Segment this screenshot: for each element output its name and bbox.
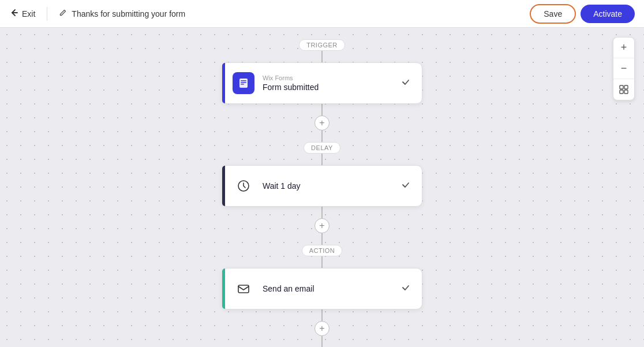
svg-rect-4 (239, 79, 248, 88)
svg-rect-1 (624, 85, 628, 89)
svg-rect-2 (620, 90, 623, 94)
delay-chip: DELAY (304, 142, 340, 154)
action-accent (222, 268, 225, 309)
svg-rect-3 (624, 90, 628, 94)
connector-4 (321, 256, 323, 268)
connector-1b (321, 130, 323, 142)
connector-5a (321, 309, 323, 321)
save-button[interactable]: Save (530, 4, 576, 24)
header-left: Exit Thanks for submitting your form (9, 7, 185, 21)
action-node-text: Send an email (263, 284, 392, 293)
zoom-in-button[interactable]: + (613, 38, 634, 58)
header: Exit Thanks for submitting your form Sav… (0, 0, 644, 28)
connector-5b (321, 336, 323, 347)
zoom-out-button[interactable]: − (613, 58, 634, 79)
edit-icon (59, 9, 67, 18)
trigger-chip: TRIGGER (299, 39, 345, 51)
trigger-node-title: Form submitted (263, 83, 392, 92)
svg-rect-7 (241, 84, 244, 85)
zoom-fit-button[interactable] (613, 79, 634, 100)
svg-rect-0 (620, 85, 623, 89)
add-step-button-3[interactable]: + (314, 321, 330, 336)
svg-rect-9 (238, 285, 249, 293)
exit-label: Exit (22, 9, 35, 18)
add-step-button-2[interactable]: + (314, 218, 330, 233)
trigger-node[interactable]: Wix Forms Form submitted (222, 62, 422, 104)
delay-node[interactable]: Wait 1 day (222, 165, 422, 207)
connector-0 (321, 51, 323, 62)
action-node-title: Send an email (263, 284, 392, 293)
delay-accent (222, 166, 225, 206)
header-divider (47, 7, 47, 21)
delay-node-text: Wait 1 day (263, 181, 392, 191)
connector-3b (321, 233, 323, 245)
connector-2 (321, 154, 323, 165)
exit-icon (9, 8, 18, 20)
delay-check-icon (400, 179, 411, 193)
connector-1a (321, 104, 323, 115)
flow-container: TRIGGER Wix Forms Form submitted (222, 39, 422, 347)
clock-icon (233, 175, 254, 197)
zoom-controls: + − (613, 37, 635, 100)
trigger-accent (222, 63, 225, 103)
action-check-icon (400, 282, 411, 296)
connector-3a (321, 207, 323, 218)
workflow-title: Thanks for submitting your form (72, 9, 185, 18)
action-chip: ACTION (302, 245, 343, 256)
svg-rect-6 (241, 82, 246, 83)
trigger-node-text: Wix Forms Form submitted (263, 74, 392, 92)
action-node[interactable]: Send an email (222, 268, 422, 309)
trigger-node-label: Wix Forms (263, 74, 392, 81)
svg-rect-5 (241, 80, 246, 81)
add-step-button-1[interactable]: + (314, 115, 330, 130)
exit-button[interactable]: Exit (9, 8, 35, 20)
trigger-check-icon (400, 76, 411, 91)
forms-icon (233, 72, 254, 94)
mail-icon (233, 278, 254, 300)
activate-button[interactable]: Activate (581, 5, 635, 23)
delay-node-title: Wait 1 day (263, 181, 392, 191)
header-right: Save Activate (530, 4, 635, 24)
workflow-canvas: + − TRIGGER (0, 28, 644, 347)
